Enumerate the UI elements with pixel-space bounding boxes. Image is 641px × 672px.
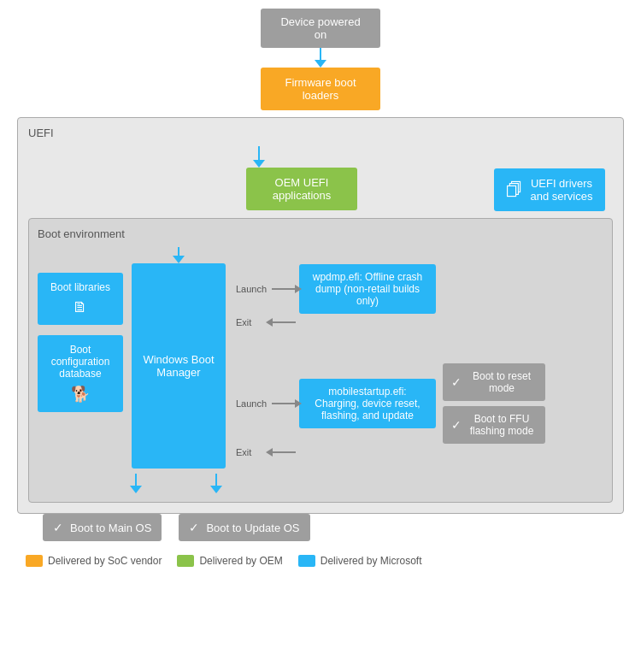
exit-label-2: Exit bbox=[236, 447, 268, 457]
legend-oem-label: Delivered by OEM bbox=[199, 555, 282, 567]
check-icon-main: ✓ bbox=[53, 521, 63, 534]
db-icon: 🐕 bbox=[44, 385, 116, 404]
legend-soc: Delivered by SoC vendor bbox=[26, 555, 162, 567]
oem-uefi-box: OEM UEFI applications bbox=[246, 168, 357, 210]
exit-mobile-row: Exit bbox=[236, 447, 603, 457]
arrowhead-1 bbox=[315, 60, 326, 68]
device-powered-box: Device powered on bbox=[261, 9, 380, 48]
check-icon-reset: ✓ bbox=[451, 375, 462, 389]
uefi-top-row: OEM UEFI applications 🗍 UEFI drivers and… bbox=[28, 146, 613, 211]
legend-ms-label: Delivered by Microsoft bbox=[320, 555, 422, 567]
group-mobile: Launch mobilestartup.efi: Charging, devi… bbox=[236, 363, 603, 461]
boot-env-container: Boot environment Boot libraries 🗎 Boot c… bbox=[28, 218, 613, 503]
boot-env-label: Boot environment bbox=[38, 227, 603, 240]
arrow-boot-main bbox=[130, 474, 142, 493]
bottom-boot-row: ✓ Boot to Main OS ✓ Boot to Update OS bbox=[17, 514, 624, 541]
wbm-label: Windows Boot Manager bbox=[140, 353, 217, 379]
boot-config-box: Boot configuration database 🐕 bbox=[38, 335, 123, 412]
wpdmp-label: wpdmp.efi: Offline crash dump (non-retai… bbox=[313, 271, 423, 307]
boot-env-inner: Boot libraries 🗎 Boot configuration data… bbox=[38, 247, 603, 469]
uefi-drivers-label: UEFI drivers and services bbox=[530, 177, 593, 203]
boot-reset-label: Boot to reset mode bbox=[467, 370, 537, 394]
uefi-label: UEFI bbox=[28, 127, 613, 139]
exit-wpdmp-row: Exit bbox=[236, 317, 603, 327]
mobilestartup-box: mobilestartup.efi: Charging, device rese… bbox=[299, 379, 436, 428]
vline-boot-main bbox=[135, 474, 137, 486]
launch-wpdmp-row: Launch wpdmp.efi: Offline crash dump (no… bbox=[236, 264, 603, 314]
boot-libraries-label: Boot libraries bbox=[50, 281, 110, 293]
legend-ms: Delivered by Microsoft bbox=[298, 555, 422, 567]
boot-libraries-box: Boot libraries 🗎 bbox=[38, 273, 123, 325]
book-icon: 🗎 bbox=[44, 298, 116, 316]
arrow-launch-2 bbox=[272, 403, 296, 404]
uefi-drivers-box: 🗍 UEFI drivers and services bbox=[494, 168, 605, 211]
oem-uefi-label: OEM UEFI applications bbox=[273, 176, 332, 202]
legend-oem: Delivered by OEM bbox=[177, 555, 282, 567]
arrow-1 bbox=[315, 48, 326, 68]
launch-mobile-row: Launch mobilestartup.efi: Charging, devi… bbox=[236, 363, 603, 444]
arrow-exit-2 bbox=[272, 451, 296, 453]
boot-main-box: ✓ Boot to Main OS bbox=[43, 514, 162, 541]
firmware-box: Firmware boot loaders bbox=[261, 68, 380, 110]
side-boxes: ✓ Boot to reset mode ✓ Boot to FFU flash… bbox=[443, 363, 545, 444]
right-section: Launch wpdmp.efi: Offline crash dump (no… bbox=[226, 247, 603, 461]
arrowhead-wbm bbox=[173, 256, 185, 263]
uefi-container: UEFI OEM UEFI applications 🗍 UEFI driver… bbox=[17, 117, 624, 514]
boot-reset-box: ✓ Boot to reset mode bbox=[443, 363, 545, 401]
boot-main-label: Boot to Main OS bbox=[70, 522, 151, 534]
arrow-to-wbm: Windows Boot Manager bbox=[132, 247, 226, 469]
doc-icon: 🗍 bbox=[506, 180, 523, 200]
wpdmp-box: wpdmp.efi: Offline crash dump (non-retai… bbox=[299, 264, 436, 314]
mobilestartup-label: mobilestartup.efi: Charging, device rese… bbox=[315, 386, 420, 421]
arrowhead-oem bbox=[253, 160, 265, 168]
launch-label-1: Launch bbox=[236, 284, 268, 294]
legend: Delivered by SoC vendor Delivered by OEM… bbox=[17, 555, 624, 567]
arrow-line-oem bbox=[258, 146, 260, 160]
boot-update-label: Boot to Update OS bbox=[206, 522, 299, 534]
arrow-boot-update bbox=[210, 474, 222, 493]
boot-flashing-box: ✓ Boot to FFU flashing mode bbox=[443, 406, 545, 444]
vline-boot-update bbox=[215, 474, 217, 486]
uefi-drivers-section: 🗍 UEFI drivers and services bbox=[426, 168, 605, 211]
boot-config-label: Boot configuration database bbox=[51, 344, 110, 380]
bottom-arrows bbox=[38, 474, 603, 493]
device-powered-section: Device powered on Firmware boot loaders bbox=[17, 9, 624, 110]
arrowhead-boot-main bbox=[130, 486, 142, 493]
launch-label-2: Launch bbox=[236, 398, 268, 409]
diagram-container: Device powered on Firmware boot loaders … bbox=[0, 0, 641, 584]
group-wpdmp: Launch wpdmp.efi: Offline crash dump (no… bbox=[236, 264, 603, 331]
wbm-box: Windows Boot Manager bbox=[132, 263, 226, 469]
firmware-label: Firmware boot loaders bbox=[285, 76, 356, 102]
arrowhead-boot-update bbox=[210, 486, 222, 493]
exit-label-1: Exit bbox=[236, 317, 268, 327]
check-icon-flash: ✓ bbox=[451, 418, 462, 432]
arrow-to-oem: OEM UEFI applications bbox=[161, 146, 357, 210]
left-col: Boot libraries 🗎 Boot configuration data… bbox=[38, 273, 123, 412]
arrow-launch-1 bbox=[272, 288, 296, 290]
legend-soc-color bbox=[26, 555, 43, 567]
arrow-line-1 bbox=[320, 48, 321, 60]
boot-flashing-label: Boot to FFU flashing mode bbox=[467, 413, 537, 437]
arrow-line-wbm bbox=[178, 247, 179, 256]
legend-ms-color bbox=[298, 555, 315, 567]
legend-oem-color bbox=[177, 555, 194, 567]
legend-soc-label: Delivered by SoC vendor bbox=[48, 555, 162, 567]
arrow-exit-1 bbox=[272, 321, 296, 323]
check-icon-update: ✓ bbox=[189, 521, 199, 534]
device-powered-label: Device powered on bbox=[280, 15, 360, 41]
boot-update-box: ✓ Boot to Update OS bbox=[179, 514, 309, 541]
